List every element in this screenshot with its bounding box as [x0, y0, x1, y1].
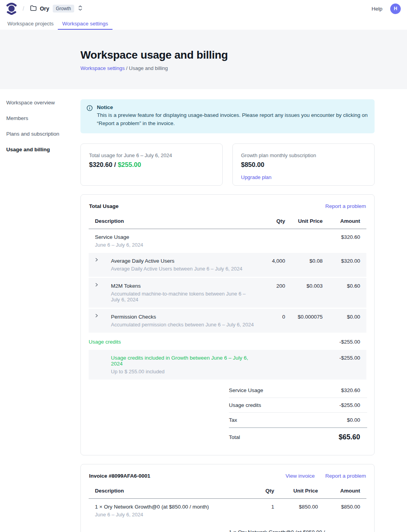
col-description: Description: [89, 483, 256, 499]
info-icon: [87, 104, 97, 128]
service-usage-amount: $320.60: [329, 229, 366, 253]
sidebar-item-members[interactable]: Members: [6, 115, 80, 121]
total-usage-card: Total usage for June 6 – July 6, 2024 $3…: [80, 143, 223, 186]
settings-sidebar: Workspace overview Members Plans and sub…: [0, 89, 80, 162]
upgrade-plan-link[interactable]: Upgrade plan: [241, 174, 271, 180]
col-amount: Amount: [324, 483, 366, 499]
workspace-name[interactable]: Ory: [40, 5, 49, 12]
breadcrumb-separator: /: [23, 5, 24, 12]
col-unit-price: Unit Price: [291, 213, 329, 229]
subscription-card: Growth plan monthly subscription $850.00…: [232, 143, 375, 186]
invoice-report-problem-link[interactable]: Report a problem: [325, 473, 366, 479]
invoice-table-header: Description Qty Unit Price Amount: [89, 483, 366, 499]
usage-credit-value: $255.00: [118, 161, 141, 168]
usage-credits-amount: -$255.00: [329, 334, 366, 350]
summary-row-usage-credits: Usage credits -$255.00: [229, 398, 367, 413]
usage-summary: Service Usage $320.60 Usage credits -$25…: [229, 383, 367, 446]
usage-report-problem-link[interactable]: Report a problem: [325, 203, 366, 209]
total-usage-invoice-card: Total Usage Report a problem Description…: [80, 194, 375, 455]
service-usage-group-row: Service Usage June 6 – July 6, 2024 $320…: [89, 229, 366, 253]
breadcrumb: Workspace settings / Usage and billing: [80, 65, 407, 71]
plan-badge: Growth: [53, 5, 74, 13]
col-qty: Qty: [256, 483, 280, 499]
user-avatar[interactable]: H: [390, 4, 401, 14]
service-usage-period: June 6 – July 6, 2024: [95, 242, 255, 248]
expand-chevron-icon[interactable]: [89, 309, 105, 334]
invoice-title: Invoice #8099AFA6-0001: [89, 473, 150, 479]
main-content: Notice This is a preview feature for dis…: [80, 89, 375, 532]
notice-body: This is a preview feature for displaying…: [97, 111, 368, 128]
breadcrumb-workspace-settings-link[interactable]: Workspace settings: [80, 65, 125, 71]
sidebar-item-usage-and-billing[interactable]: Usage and billing: [6, 147, 80, 152]
page-title: Workspace usage and billing: [80, 49, 407, 61]
summary-cards: Total usage for June 6 – July 6, 2024 $3…: [80, 143, 375, 186]
usage-credits-group-row: Usage credits -$255.00: [89, 334, 366, 350]
col-amount: Amount: [329, 213, 366, 229]
workspace-switcher-icon[interactable]: [74, 5, 82, 13]
summary-row-line-item: 1 × Ory Network Growth@0 (at $850.00 / m…: [229, 525, 367, 532]
expand-chevron-icon[interactable]: [89, 253, 105, 278]
expand-chevron-icon[interactable]: [89, 278, 105, 309]
page-header: Workspace usage and billing Workspace se…: [0, 30, 407, 89]
top-bar: / Ory Growth Help H: [0, 0, 407, 17]
view-invoice-link[interactable]: View invoice: [286, 473, 315, 479]
usage-credits-detail-row: Usage credits included in Growth between…: [89, 350, 366, 381]
usage-item-row-permission-checks[interactable]: Permission Checks Accumulated permission…: [89, 309, 366, 334]
service-usage-name: Service Usage: [95, 234, 255, 240]
invoice-summary: 1 × Ory Network Growth@0 (at $850.00 / m…: [229, 525, 367, 532]
usage-item-row-m2m-tokens[interactable]: M2M Tokens Accumulated machine-to-machin…: [89, 278, 366, 309]
folder-icon: [30, 5, 40, 13]
usage-card-title: Total Usage: [89, 203, 119, 209]
subscription-label: Growth plan monthly subscription: [241, 152, 366, 158]
help-link[interactable]: Help: [371, 6, 382, 12]
usage-credits-name: Usage credits: [89, 339, 255, 345]
ory-logo-icon[interactable]: [6, 2, 17, 15]
total-usage-value: $320.60 / $255.00: [89, 161, 214, 168]
usage-item-row-daily-active-users[interactable]: Average Daily Active Users Average Daily…: [89, 253, 366, 278]
notice-banner: Notice This is a preview feature for dis…: [80, 99, 375, 133]
invoice-card: Invoice #8099AFA6-0001 View invoice Repo…: [80, 464, 375, 532]
summary-row-service-usage: Service Usage $320.60: [229, 383, 367, 398]
col-unit-price: Unit Price: [280, 483, 324, 499]
usage-table-header: Description Qty Unit Price Amount: [89, 213, 366, 229]
subscription-value: $850.00: [241, 161, 366, 168]
workspace-tabs: Workspace projects Workspace settings: [0, 17, 407, 30]
total-usage-label: Total usage for June 6 – July 6, 2024: [89, 152, 214, 158]
summary-row-tax: Tax $0.00: [229, 413, 367, 428]
breadcrumb-current: / Usage and billing: [125, 65, 168, 71]
tab-workspace-settings[interactable]: Workspace settings: [58, 17, 112, 30]
invoice-item-row: 1 × Ory Network Growth@0 (at $850.00 / m…: [89, 499, 366, 523]
sidebar-item-workspace-overview[interactable]: Workspace overview: [6, 100, 80, 106]
sidebar-item-plans-and-subscription[interactable]: Plans and subscription: [6, 131, 80, 137]
col-qty: Qty: [261, 213, 291, 229]
usage-table: Description Qty Unit Price Amount Servic…: [89, 213, 366, 381]
tab-workspace-projects[interactable]: Workspace projects: [3, 17, 58, 30]
invoice-table: Description Qty Unit Price Amount 1 × Or…: [89, 483, 366, 523]
notice-title: Notice: [97, 104, 368, 110]
col-description: Description: [89, 213, 261, 229]
summary-row-total: Total $65.60: [229, 427, 367, 446]
